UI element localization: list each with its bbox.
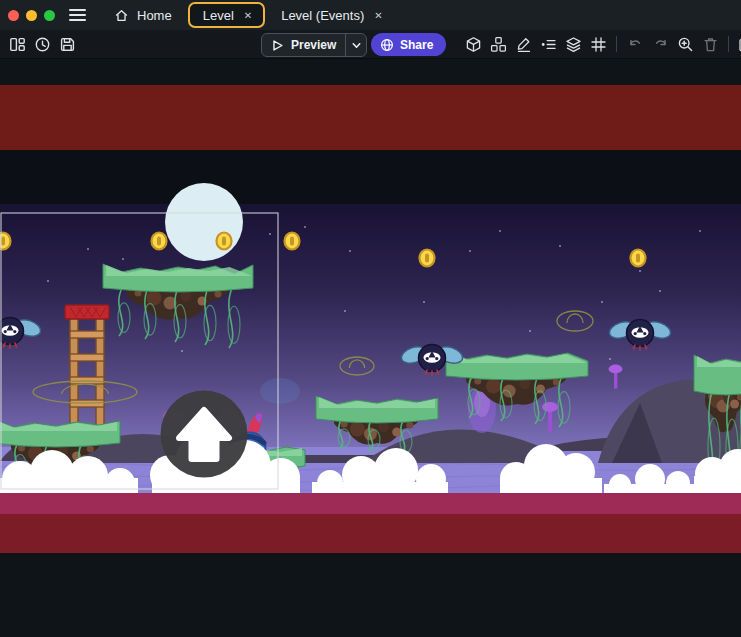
redo-icon[interactable] [651,35,669,53]
gdevelop-window: Home Level ✕ Level (Events) ✕ [0,0,741,637]
history-clock-icon[interactable] [33,35,51,53]
play-icon [271,39,284,52]
undo-icon[interactable] [626,35,644,53]
preview-dropdown-button[interactable] [346,40,366,51]
coin-object[interactable] [420,250,435,267]
close-window-button[interactable] [8,10,19,21]
tab-label: Level (Events) [281,8,364,23]
maximize-window-button[interactable] [44,10,55,21]
tab-home[interactable]: Home [101,0,185,30]
tab-level-events[interactable]: Level (Events) ✕ [268,0,397,30]
zoom-in-icon[interactable] [676,35,694,53]
ground-bottom-object[interactable] [0,514,741,553]
tab-bar: Home Level ✕ Level (Events) ✕ [0,0,741,30]
jump-button-object[interactable] [161,391,248,478]
grid-icon[interactable] [589,35,607,53]
top-wall-object[interactable] [0,85,741,150]
coin-object[interactable] [152,233,167,250]
home-icon [114,8,129,23]
share-label: Share [400,38,433,52]
close-tab-icon[interactable]: ✕ [242,9,254,22]
hamburger-menu-icon[interactable] [68,7,87,23]
save-floppy-icon[interactable] [58,35,76,53]
share-button[interactable]: Share [371,33,446,56]
tab-label: Level [203,8,234,23]
tab-level[interactable]: Level ✕ [188,2,265,28]
instances-list-icon[interactable] [539,35,557,53]
preview-label: Preview [291,38,336,52]
minimize-window-button[interactable] [26,10,37,21]
coin-object[interactable] [217,233,232,250]
delete-trash-icon[interactable] [701,35,719,53]
objects-group-icon[interactable] [489,35,507,53]
coin-object[interactable] [631,250,646,267]
3d-box-icon[interactable] [464,35,482,53]
level-scene[interactable] [0,59,741,637]
window-controls [0,10,55,21]
layers-icon[interactable] [564,35,582,53]
globe-icon [380,38,394,52]
panels-layout-icon[interactable] [8,35,26,53]
edit-pencil-icon[interactable] [514,35,532,53]
tab-label: Home [137,8,172,23]
chevron-down-icon [351,40,362,51]
scene-editor-canvas[interactable]: 1877;835 [0,59,741,637]
moon-object[interactable] [165,183,243,261]
tab-strip: Home Level ✕ Level (Events) ✕ [101,0,398,30]
void-strip [0,150,741,204]
coin-object[interactable] [285,233,300,250]
editor-toolbar: Preview Share [0,30,741,59]
preview-button[interactable]: Preview [261,33,367,57]
ground-top-object[interactable] [0,493,741,514]
close-tab-icon[interactable]: ✕ [372,9,384,22]
